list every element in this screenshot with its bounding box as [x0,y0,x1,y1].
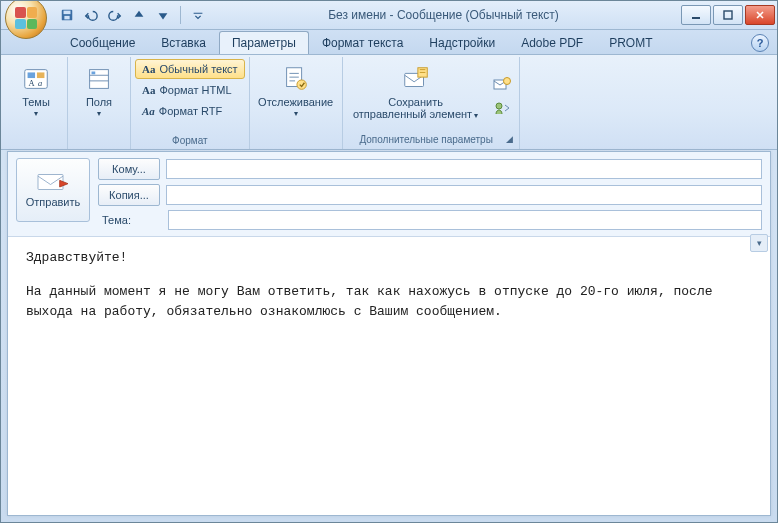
subject-row: Тема: [98,210,762,230]
tracking-label: Отслеживание [258,96,333,108]
save-sent-icon [401,64,431,94]
help-button[interactable]: ? [751,34,769,52]
svg-text:a: a [38,78,42,88]
svg-point-19 [503,77,510,84]
compose-pane: Отправить Кому... Копия... Тема: Здравст… [7,151,771,516]
text-aa-icon: Aa [142,63,155,75]
to-input[interactable] [166,159,762,179]
format-plain-label: Обычный текст [159,63,237,75]
body-paragraph: На данный момент я не могу Вам ответить,… [26,282,752,322]
save-icon [60,8,74,22]
fields-button[interactable]: Поля ▾ [72,59,126,144]
direct-replies-button[interactable] [493,100,511,116]
subject-input[interactable] [168,210,762,230]
fields-icon [84,64,114,94]
down-arrow-icon [156,8,170,22]
clock-mail-icon [493,76,511,92]
chevron-down-icon: ▾ [97,109,101,118]
tracking-icon [281,64,311,94]
svg-rect-13 [92,72,96,75]
qat-save-button[interactable] [57,5,77,25]
group-format: Aa Обычный текст Aa Формат HTML Aa Форма… [131,57,250,149]
send-label: Отправить [26,196,81,208]
qat-redo-button[interactable] [105,5,125,25]
qat-customize-button[interactable] [188,5,208,25]
tab-format-text[interactable]: Формат текста [309,31,416,54]
tab-options[interactable]: Параметры [219,31,309,54]
close-button[interactable] [745,5,775,25]
group-fields: Поля ▾ [68,57,131,149]
envelope-icon [36,172,70,192]
svg-rect-2 [64,16,69,20]
themes-button[interactable]: Aa Темы ▾ [9,59,63,144]
redo-icon [108,8,122,22]
to-row: Кому... [98,158,762,180]
ribbon-tabs: Сообщение Вставка Параметры Формат текст… [1,30,777,55]
group-tracking: Отслеживание ▾ [250,57,343,149]
maximize-icon [723,10,733,20]
text-aa-icon: Aa [142,84,155,96]
group-fields-label [72,144,126,149]
chevron-down-icon [191,8,205,22]
svg-rect-3 [692,17,700,19]
cc-input[interactable] [166,185,762,205]
ribbon: Aa Темы ▾ Поля ▾ [1,55,777,150]
close-icon [755,10,765,20]
format-rtf-button[interactable]: Aa Формат RTF [135,101,245,121]
chevron-down-icon: ▾ [472,111,478,120]
reply-to-icon [493,100,511,116]
tab-addins[interactable]: Надстройки [416,31,508,54]
svg-rect-1 [64,11,71,15]
save-sent-item-button[interactable]: Сохранить отправленный элемент ▾ [347,59,485,132]
subject-label: Тема: [98,214,162,226]
send-button[interactable]: Отправить [16,158,90,222]
group-tracking-label [254,144,338,149]
quick-access-toolbar [57,5,208,25]
app-window: Без имени - Сообщение (Обычный текст) Со… [0,0,778,523]
tab-insert[interactable]: Вставка [148,31,219,54]
message-header: Отправить Кому... Копия... Тема: [8,152,770,237]
undo-icon [84,8,98,22]
chevron-down-icon: ▾ [294,109,298,118]
to-button[interactable]: Кому... [98,158,160,180]
format-html-button[interactable]: Aa Формат HTML [135,80,245,100]
qat-undo-button[interactable] [81,5,101,25]
cc-button[interactable]: Копия... [98,184,160,206]
minimize-icon [691,10,701,20]
dialog-launcher-button[interactable]: ◢ [506,134,513,144]
save-sent-label-2: отправленный элемент [353,108,472,120]
svg-point-15 [297,80,306,89]
qat-prev-button[interactable] [129,5,149,25]
format-plain-button[interactable]: Aa Обычный текст [135,59,245,79]
more-options-stack [489,59,515,132]
tab-promt[interactable]: PROMT [596,31,665,54]
fields-column: Кому... Копия... Тема: [98,158,762,230]
format-html-label: Формат HTML [159,84,231,96]
tab-message[interactable]: Сообщение [57,31,148,54]
svg-text:A: A [29,78,36,88]
group-more-label-text: Дополнительные параметры [359,134,492,145]
message-body[interactable]: Здравствуйте! На данный момент я не могу… [8,232,770,515]
tab-adobe-pdf[interactable]: Adobe PDF [508,31,596,54]
format-rtf-label: Формат RTF [159,105,222,117]
office-logo-icon [15,7,37,29]
maximize-button[interactable] [713,5,743,25]
group-format-label: Формат [135,133,245,149]
group-more-options: Сохранить отправленный элемент ▾ Дополни… [343,57,520,149]
themes-icon: Aa [21,64,51,94]
tracking-button[interactable]: Отслеживание ▾ [254,59,338,144]
body-greeting: Здравствуйте! [26,248,752,268]
qat-next-button[interactable] [153,5,173,25]
svg-point-20 [496,103,502,109]
group-themes: Aa Темы ▾ [5,57,68,149]
delay-delivery-button[interactable] [493,76,511,92]
scroll-options-button[interactable]: ▾ [750,234,768,252]
svg-rect-4 [724,11,732,19]
minimize-button[interactable] [681,5,711,25]
fields-label: Поля [86,96,112,108]
save-sent-label-1: Сохранить [388,96,443,108]
group-more-label: Дополнительные параметры ◢ [347,132,515,149]
titlebar: Без имени - Сообщение (Обычный текст) [1,1,777,30]
window-controls [679,5,775,25]
up-arrow-icon [132,8,146,22]
